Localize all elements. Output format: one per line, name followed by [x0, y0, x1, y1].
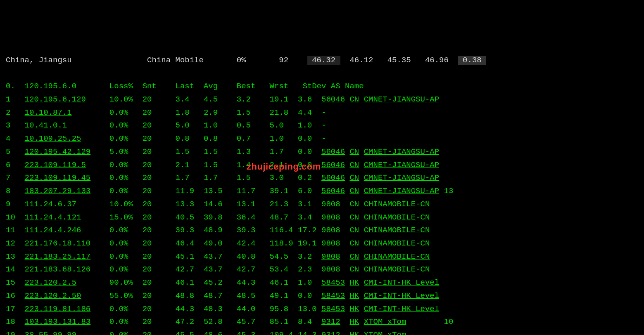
hop-asname[interactable]: CMNET-JIANGSU-AP: [364, 186, 439, 196]
hop-ip[interactable]: 223.120.2.50: [25, 291, 81, 300]
hop-ip[interactable]: 223.120.2.5: [25, 278, 76, 287]
hop-last: 44.3: [176, 304, 204, 314]
hop-asname[interactable]: CMI-INT-HK Level: [364, 278, 439, 287]
hop-asname[interactable]: CHINAMOBILE-CN: [364, 265, 430, 274]
hop-cc[interactable]: CN: [349, 95, 359, 104]
hop-cc[interactable]: CN: [349, 239, 359, 248]
hop-cc[interactable]: CN: [349, 213, 359, 222]
hop-cc[interactable]: CN: [349, 173, 359, 182]
hop-cc[interactable]: CN: [349, 265, 359, 274]
hop-asn[interactable]: 58453: [321, 278, 345, 287]
hop-asname[interactable]: CHINAMOBILE-CN: [364, 226, 430, 235]
hop-avg: 43.7: [204, 252, 237, 261]
hop-asn[interactable]: 9312: [321, 330, 340, 335]
hop-asname[interactable]: XTOM xTom: [364, 317, 406, 326]
hop-ip[interactable]: 221.183.68.126: [25, 265, 91, 274]
hop-asn[interactable]: 58453: [321, 291, 345, 300]
hop-asn[interactable]: 56046: [321, 186, 345, 196]
hop-row: 19 38.55.99.99 0.0% 20 45.5 48.6 45.3 10…: [6, 329, 644, 335]
hop-asn: -: [321, 108, 326, 117]
hop-cc[interactable]: HK: [349, 330, 359, 335]
hop-ip[interactable]: 221.176.18.110: [25, 239, 91, 248]
hop-asn[interactable]: 9808: [321, 265, 340, 274]
hop-row: 7 223.109.119.45 0.0% 20 1.7 1.7 1.5 3.0…: [6, 172, 644, 185]
hop-asn[interactable]: 56046: [321, 95, 345, 104]
hop-cc[interactable]: CN: [349, 160, 359, 170]
hop-stdev: 3.6: [298, 95, 321, 104]
hop-ip[interactable]: 223.119.81.186: [25, 304, 91, 314]
hop-cc[interactable]: CN: [349, 147, 359, 156]
hop-ip[interactable]: 120.195.6.129: [25, 95, 86, 104]
hop-asname[interactable]: XTOM xTom: [364, 330, 406, 335]
hop-asname[interactable]: CHINAMOBILE-CN: [364, 213, 430, 222]
hop-index: 7: [6, 173, 25, 182]
hop-asname[interactable]: CMNET-JIANGSU-AP: [364, 173, 439, 182]
hop-snt: 20: [143, 108, 176, 117]
hop-ip[interactable]: 111.24.4.121: [25, 213, 81, 222]
hop-ip[interactable]: 111.24.4.246: [25, 226, 81, 235]
hop-asn[interactable]: 56046: [321, 173, 345, 182]
hop-row: 16 223.120.2.50 55.0% 20 48.8 48.7 48.5 …: [6, 290, 644, 303]
hop-best: 44.0: [237, 304, 270, 314]
hop-loss: 0.0%: [109, 226, 143, 235]
hop-asname[interactable]: CMNET-JIANGSU-AP: [364, 147, 439, 156]
hop-ip[interactable]: 183.207.29.133: [25, 186, 91, 196]
hop-asname[interactable]: CHINAMOBILE-CN: [364, 200, 430, 209]
hop-ip[interactable]: 10.109.25.25: [25, 134, 81, 143]
hop-loss: 0.0%: [109, 186, 143, 196]
hop-loss: 0.0%: [109, 317, 143, 326]
hop-snt: 20: [143, 147, 176, 156]
hop-cc[interactable]: HK: [349, 304, 359, 314]
hop-ip[interactable]: 221.183.25.117: [25, 252, 91, 261]
hop-loss: 5.0%: [109, 147, 143, 156]
header-stat-3: 45.35: [387, 56, 411, 65]
hop-snt: 20: [143, 213, 176, 222]
hop-cc[interactable]: CN: [349, 186, 359, 196]
header-stat-5: 0.38: [458, 56, 486, 65]
hop-asn[interactable]: 9808: [321, 252, 340, 261]
hop-ip[interactable]: 10.10.87.1: [25, 108, 72, 117]
hop-asn[interactable]: 9312: [321, 317, 340, 326]
hop-asn[interactable]: 9808: [321, 239, 340, 248]
hop-ip[interactable]: 120.195.6.0: [25, 82, 76, 91]
hop-asn[interactable]: 56046: [321, 147, 345, 156]
hop-last: 45.1: [176, 252, 204, 261]
hop-ip[interactable]: 223.109.119.5: [25, 160, 86, 170]
hop-stdev: 13.0: [298, 304, 321, 314]
hop-row: 5 120.195.42.129 5.0% 20 1.5 1.5 1.3 1.7…: [6, 146, 644, 159]
hop-best: 40.8: [237, 252, 270, 261]
col-best: Best: [237, 82, 270, 91]
hop-ip[interactable]: 120.195.42.129: [25, 147, 91, 156]
hop-ip[interactable]: 10.41.0.1: [25, 121, 67, 130]
hop-best: 1.3: [237, 147, 270, 156]
hop-asn[interactable]: 9808: [321, 200, 340, 209]
hop-wrst: 1.0: [270, 134, 298, 143]
hop-asn[interactable]: 58453: [321, 304, 345, 314]
hop-asname[interactable]: CHINAMOBILE-CN: [364, 239, 430, 248]
hop-asname[interactable]: CMNET-JIANGSU-AP: [364, 95, 439, 104]
hop-ip[interactable]: 38.55.99.99: [25, 330, 76, 335]
hop-avg: 49.0: [204, 239, 237, 248]
hop-ip[interactable]: 223.109.119.45: [25, 173, 91, 182]
hop-cc[interactable]: HK: [349, 291, 359, 300]
hop-asname[interactable]: CMI-INT-HK Level: [364, 304, 439, 314]
hop-avg: 48.9: [204, 226, 237, 235]
hop-cc[interactable]: HK: [349, 317, 359, 326]
hop-asname[interactable]: CHINAMOBILE-CN: [364, 252, 430, 261]
hop-asn[interactable]: 9808: [321, 213, 340, 222]
hop-cc[interactable]: CN: [349, 226, 359, 235]
hop-wrst: 1.7: [270, 147, 298, 156]
hop-asn[interactable]: 56046: [321, 160, 345, 170]
hop-asname[interactable]: CMI-INT-HK Level: [364, 291, 439, 300]
hop-wrst: 19.1: [270, 95, 298, 104]
hop-ip[interactable]: 111.24.6.37: [25, 200, 76, 209]
hop-snt: 20: [143, 95, 176, 104]
hop-ip[interactable]: 103.193.131.83: [25, 317, 91, 326]
hop-last: 1.5: [176, 147, 204, 156]
hop-cc[interactable]: CN: [349, 252, 359, 261]
hop-asn[interactable]: 9808: [321, 226, 340, 235]
hop-cc[interactable]: HK: [349, 278, 359, 287]
hop-row: 18 103.193.131.83 0.0% 20 47.2 52.8 45.7…: [6, 316, 644, 329]
hop-cc[interactable]: CN: [349, 200, 359, 209]
hop-asname[interactable]: CMNET-JIANGSU-AP: [364, 160, 439, 170]
